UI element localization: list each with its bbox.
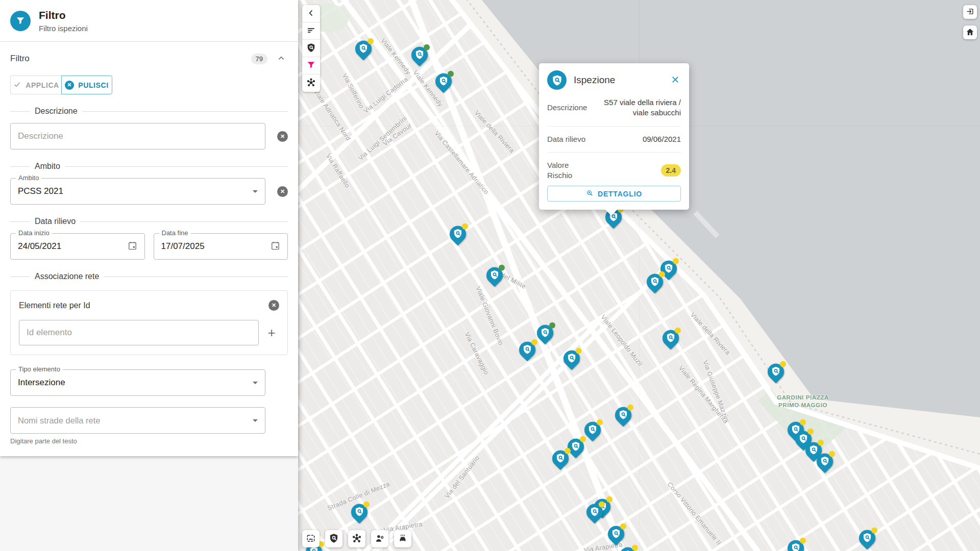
descrizione-divider: Descrizione bbox=[10, 107, 288, 116]
status-dot bbox=[424, 44, 430, 51]
shield-magnifier-icon bbox=[567, 353, 577, 363]
home-icon bbox=[966, 28, 974, 38]
inspection-marker[interactable] bbox=[768, 364, 784, 380]
status-dot bbox=[462, 223, 468, 230]
shield-magnifier-icon bbox=[664, 263, 674, 273]
detail-button[interactable]: DETTAGLIO bbox=[547, 186, 681, 202]
collapse-panel-button[interactable] bbox=[302, 5, 320, 22]
add-element-button[interactable]: + bbox=[264, 326, 279, 339]
logout-button[interactable] bbox=[963, 5, 977, 19]
inspection-marker[interactable] bbox=[351, 504, 368, 520]
status-dot bbox=[448, 71, 454, 77]
inspections-toggle-button[interactable] bbox=[325, 530, 342, 547]
x-circle-icon: ✕ bbox=[65, 81, 74, 90]
shield-magnifier-icon bbox=[414, 49, 425, 60]
network-toggle-button[interactable] bbox=[348, 530, 365, 547]
shield-magnifier-icon bbox=[791, 543, 801, 551]
home-button[interactable] bbox=[963, 26, 977, 39]
inspection-marker[interactable] bbox=[519, 342, 535, 358]
shield-magnifier-icon bbox=[306, 43, 316, 54]
chevron-down-icon bbox=[253, 190, 258, 193]
filter-avatar-icon bbox=[10, 11, 31, 31]
descrizione-input[interactable] bbox=[18, 131, 258, 141]
close-popup-button[interactable] bbox=[670, 74, 681, 87]
calendar-icon[interactable] bbox=[128, 241, 137, 253]
status-dot bbox=[627, 405, 633, 411]
exit-icon bbox=[966, 7, 974, 17]
inspection-marker[interactable] bbox=[608, 526, 624, 542]
inspection-marker[interactable] bbox=[537, 325, 553, 341]
ambito-value: PCSS 2021 bbox=[18, 186, 249, 196]
map-canvas[interactable]: Viale Adriatica NordVia SolferinoVia Raf… bbox=[298, 0, 980, 551]
inspections-layer-button[interactable] bbox=[302, 40, 320, 57]
close-icon bbox=[671, 78, 680, 86]
inspection-marker[interactable] bbox=[620, 547, 636, 551]
status-dot bbox=[549, 322, 555, 329]
date-start-field[interactable]: Data inizio bbox=[10, 233, 145, 260]
inspection-marker[interactable] bbox=[647, 274, 663, 290]
inspection-marker[interactable] bbox=[584, 422, 601, 438]
id-elemento-input[interactable] bbox=[27, 328, 251, 338]
date-start-input[interactable] bbox=[18, 241, 128, 252]
shield-magnifier-icon bbox=[555, 453, 566, 463]
status-dot bbox=[363, 502, 370, 508]
shield-magnifier-icon bbox=[438, 76, 449, 86]
incidents-button[interactable] bbox=[394, 530, 411, 547]
inspection-marker[interactable] bbox=[435, 73, 452, 90]
date-end-input[interactable] bbox=[161, 241, 271, 252]
popup-row-value: 09/06/2021 bbox=[643, 134, 681, 144]
status-dot bbox=[499, 265, 505, 271]
inspection-marker[interactable] bbox=[788, 540, 804, 551]
map-bottom-toolbar bbox=[302, 530, 411, 547]
id-elemento-field[interactable] bbox=[19, 320, 259, 345]
tipo-elemento-select[interactable]: Tipo elemento Intersezione bbox=[10, 369, 265, 396]
inspection-marker[interactable] bbox=[859, 530, 875, 546]
inspection-marker[interactable] bbox=[486, 267, 503, 284]
list-button[interactable] bbox=[302, 22, 320, 40]
status-dot bbox=[829, 451, 835, 457]
inspection-marker[interactable] bbox=[817, 454, 833, 470]
nomi-strade-helper: Digitare parte del testo bbox=[10, 437, 288, 445]
apply-button[interactable]: APPLICA bbox=[10, 76, 61, 94]
inspection-marker[interactable] bbox=[564, 350, 580, 367]
status-dot bbox=[871, 528, 877, 534]
popup-row-label: Descrizione bbox=[547, 103, 587, 113]
shield-magnifier-icon bbox=[489, 270, 500, 280]
inspection-marker[interactable] bbox=[552, 450, 569, 467]
ambito-select[interactable]: Ambito PCSS 2021 bbox=[10, 178, 265, 205]
status-dot bbox=[599, 502, 605, 508]
clear-descrizione-icon[interactable]: ✕ bbox=[277, 131, 288, 142]
inspection-marker[interactable] bbox=[586, 504, 603, 520]
inspection-marker[interactable] bbox=[355, 41, 372, 57]
descrizione-field[interactable] bbox=[10, 123, 265, 149]
elementi-rete-box: Elementi rete per Id ✕ + bbox=[10, 290, 288, 355]
network-button[interactable] bbox=[302, 74, 320, 92]
sort-lines-icon bbox=[306, 26, 316, 37]
inspection-popup: Ispezione Descrizione S57 viale della ri… bbox=[539, 63, 689, 210]
inspection-marker[interactable] bbox=[450, 226, 466, 242]
clear-button[interactable]: ✕ PULISCI bbox=[61, 76, 112, 94]
inspection-marker[interactable] bbox=[615, 407, 631, 423]
car-alert-icon bbox=[398, 533, 408, 545]
inspection-marker[interactable] bbox=[663, 330, 679, 346]
shield-magnifier-icon bbox=[771, 366, 781, 377]
filter-panel: Filtro Filtro ispezioni Filtro 79 bbox=[0, 0, 298, 551]
chevron-left-icon bbox=[306, 8, 316, 19]
basemap-button[interactable] bbox=[302, 530, 320, 547]
clear-ambito-icon[interactable]: ✕ bbox=[277, 186, 288, 197]
filter-button[interactable] bbox=[302, 57, 320, 74]
calendar-icon[interactable] bbox=[271, 241, 280, 253]
clear-elementi-icon[interactable]: ✕ bbox=[268, 300, 279, 311]
date-end-field[interactable]: Data fine bbox=[154, 233, 288, 260]
status-dot bbox=[531, 339, 537, 345]
shield-magnifier-icon bbox=[358, 43, 369, 54]
image-icon bbox=[306, 533, 316, 545]
collapse-section-button[interactable] bbox=[275, 52, 288, 65]
status-dot bbox=[620, 523, 626, 530]
status-dot bbox=[807, 429, 814, 435]
operators-button[interactable] bbox=[371, 530, 388, 547]
filter-section-title: Filtro bbox=[10, 54, 30, 64]
map-topright-toolbar bbox=[963, 5, 977, 39]
nomi-strade-select[interactable]: Nomi strade della rete bbox=[10, 407, 265, 434]
inspection-marker[interactable] bbox=[411, 47, 428, 63]
